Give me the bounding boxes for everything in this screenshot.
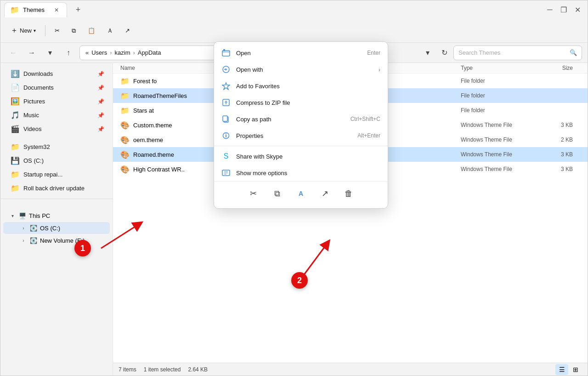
close-button[interactable]: ✕ (571, 3, 584, 16)
recent-button[interactable]: ▾ (43, 46, 57, 60)
file-type-roamed: Windows Theme File (461, 151, 543, 158)
header-type[interactable]: Type (461, 65, 543, 71)
ctx-copy-button[interactable]: ⧉ (269, 185, 285, 202)
file-type-forest: File folder (461, 78, 543, 84)
back-button[interactable]: ← (6, 46, 21, 60)
pin-icon-pictures: 📌 (97, 98, 104, 105)
ctx-open-with[interactable]: Open with › (214, 61, 388, 78)
file-type-oem: Windows Theme File (461, 137, 543, 143)
file-size-oem: 2 KB (543, 137, 580, 143)
search-box[interactable]: Search Themes 🔍 (453, 46, 582, 60)
ctx-share-skype[interactable]: S Share with Skype (214, 148, 388, 165)
search-icon: 🔍 (570, 49, 577, 56)
paste-button[interactable]: 📋 (83, 24, 100, 37)
annotation-circle-2: 2 (291, 272, 308, 289)
up-button[interactable]: ↑ (61, 46, 76, 60)
ctx-copy-path-icon (221, 114, 231, 124)
ctx-divider-1 (214, 146, 388, 146)
sidebar-item-documents[interactable]: 📄 Documents 📌 (3, 81, 110, 94)
copy-button[interactable]: ⧉ (67, 24, 80, 37)
sidebar-item-startup-repair[interactable]: 📁 Startup repai... (3, 168, 110, 181)
breadcrumb-kazim[interactable]: kazim (115, 49, 130, 56)
new-tab-button[interactable]: + (71, 2, 85, 17)
sidebar-item-rollback[interactable]: 📁 Roll back driver update (3, 182, 110, 195)
pictures-icon: 🖼️ (11, 97, 20, 106)
ctx-open-with-icon (221, 65, 231, 74)
sidebar-label-documents: Documents (23, 84, 54, 91)
svg-rect-0 (222, 51, 230, 56)
ctx-zip-icon (221, 98, 231, 107)
file-name-oem: oem.theme (133, 137, 163, 143)
forward-button[interactable]: → (24, 46, 39, 60)
ctx-show-more[interactable]: Show more options (214, 165, 388, 181)
new-button[interactable]: ＋ New ▾ (6, 23, 40, 38)
ctx-delete-button[interactable]: 🗑 (340, 185, 357, 202)
maximize-button[interactable]: ❐ (557, 3, 570, 16)
ctx-share-button[interactable]: ↗ (317, 185, 333, 202)
svg-point-11 (226, 133, 226, 134)
file-type-custom: Windows Theme File (461, 122, 543, 128)
ctx-open[interactable]: Open Enter (214, 45, 388, 61)
new-volume-toggle[interactable]: › (20, 237, 27, 244)
new-icon: ＋ (11, 26, 18, 35)
sidebar: ⬇️ Downloads 📌 📄 Documents 📌 🖼️ Pictures… (0, 63, 113, 376)
dropdown-button[interactable]: ▾ (420, 46, 435, 60)
sidebar-label-system32: System32 (23, 143, 50, 150)
ctx-rename-button[interactable]: A (293, 185, 309, 202)
rename-icon: Ａ (107, 27, 113, 35)
sidebar-item-system32[interactable]: 📁 System32 (3, 140, 110, 154)
sidebar-item-pictures[interactable]: 🖼️ Pictures 📌 (3, 95, 110, 108)
toolbar-separator-1 (45, 25, 45, 36)
sidebar-item-music[interactable]: 🎵 Music 📌 (3, 108, 110, 122)
ctx-open-icon (221, 48, 231, 57)
minimize-button[interactable]: ─ (543, 3, 556, 16)
breadcrumb-users[interactable]: Users (91, 49, 107, 56)
new-dropdown-arrow: ▾ (34, 28, 36, 33)
view-icons: ☰ ⊞ (555, 364, 582, 375)
sidebar-label-videos: Videos (23, 125, 42, 132)
ctx-cut-button[interactable]: ✂ (245, 185, 261, 202)
sidebar-item-os-c[interactable]: 💾 OS (C:) (3, 154, 110, 167)
os-c-drive-item[interactable]: › 💽 OS (C:) (3, 222, 110, 234)
ctx-show-more-label: Show more options (236, 170, 287, 177)
ctx-add-favorites[interactable]: Add to Favorites (214, 78, 388, 94)
music-icon: 🎵 (11, 111, 20, 120)
paste-icon: 📋 (88, 27, 95, 34)
folder-icon: 📁 (10, 6, 19, 14)
pin-icon-downloads: 📌 (97, 71, 104, 77)
ctx-mini-toolbar: ✂ ⧉ A ↗ 🗑 (214, 181, 388, 205)
file-type-stars: File folder (461, 107, 543, 114)
new-volume-item[interactable]: › 💽 New Volume (E:) (3, 234, 110, 246)
ctx-open-shortcut: Enter (367, 50, 380, 56)
rename-button[interactable]: Ａ (102, 24, 118, 38)
status-bar: 7 items 1 item selected 2.64 KB ☰ ⊞ (113, 363, 588, 376)
titlebar-tab[interactable]: 📁 Themes ✕ (4, 2, 67, 17)
tab-close-button[interactable]: ✕ (52, 6, 61, 15)
file-name-stars: Stars at (133, 107, 154, 114)
os-c-icon: 💾 (11, 156, 20, 165)
tab-title: Themes (23, 6, 45, 13)
list-view-button[interactable]: ☰ (555, 364, 568, 375)
this-pc-toggle[interactable]: ▾ (9, 212, 16, 219)
grid-view-button[interactable]: ⊞ (569, 364, 582, 375)
ctx-favorites-icon (221, 81, 231, 91)
sidebar-item-videos[interactable]: 🎬 Videos 📌 (3, 122, 110, 136)
os-c-toggle[interactable]: › (20, 224, 27, 232)
startup-icon: 📁 (11, 170, 20, 179)
os-c-drive-icon: 💽 (30, 225, 37, 232)
selected-count: 1 item selected (144, 366, 181, 373)
breadcrumb-appdata[interactable]: AppData (138, 49, 161, 56)
refresh-button[interactable]: ↻ (437, 46, 452, 60)
cut-button[interactable]: ✂ (50, 24, 64, 37)
this-pc-item[interactable]: ▾ 🖥️ This PC (3, 210, 110, 222)
header-size[interactable]: Size (543, 65, 580, 71)
ctx-compress-zip[interactable]: Compress to ZIP file (214, 94, 388, 111)
share-button[interactable]: ↗ (120, 24, 135, 37)
ctx-copy-path[interactable]: Copy as path Ctrl+Shift+C (214, 111, 388, 127)
annotation-circle-1: 1 (74, 240, 91, 256)
ctx-more-icon (221, 168, 231, 177)
theme-icon-oem: 🎨 (120, 136, 130, 144)
system32-icon: 📁 (11, 142, 20, 151)
ctx-properties[interactable]: Properties Alt+Enter (214, 127, 388, 144)
sidebar-item-downloads[interactable]: ⬇️ Downloads 📌 (3, 67, 110, 80)
